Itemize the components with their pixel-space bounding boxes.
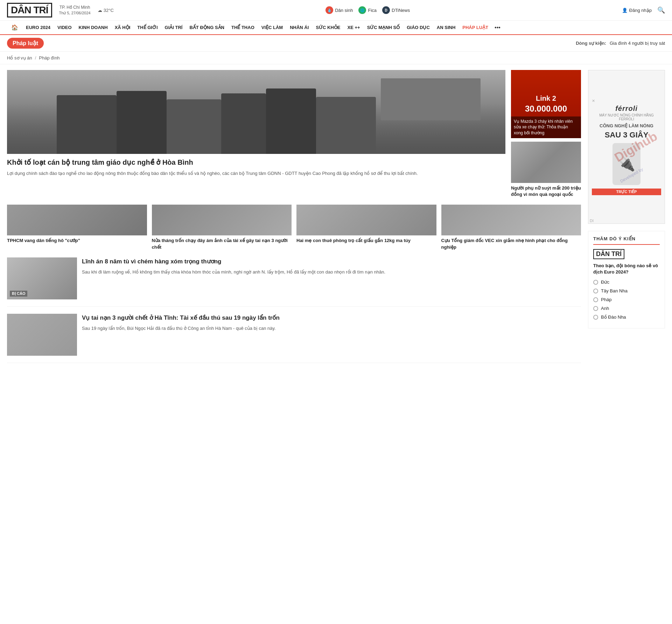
featured-section: Khởi tố loạt cán bộ trung tâm giáo dục n… [7, 70, 581, 198]
header-location: TP. Hồ Chí Minh Thứ 5, 27/06/2024 [59, 5, 91, 16]
featured-side-top[interactable]: Link 2 30.000.000 Vụ Mazda 3 cháy khi nh… [511, 70, 581, 138]
featured-main-image [7, 70, 505, 154]
article-item-1-content: Vụ tai nạn 3 người chết ở Hà Tĩnh: Tài x… [82, 314, 581, 356]
ad-top-label: ✕ [592, 99, 661, 103]
breadcrumb-ho-so[interactable]: Hồ sơ vụ án [7, 55, 32, 61]
poll-radio-3[interactable] [593, 306, 598, 311]
nav-suc-manh-so[interactable]: SỨC MẠNH SỐ [364, 21, 404, 34]
article-item-1-image [7, 314, 77, 356]
poll-radio-0[interactable] [593, 280, 598, 285]
featured-side-bottom[interactable]: Người phụ nữ suýt mất 200 triệu đồng vì … [511, 142, 581, 198]
featured-main-article[interactable]: Khởi tố loạt cán bộ trung tâm giáo dục n… [7, 70, 505, 198]
content-area: Khởi tố loạt cán bộ trung tâm giáo dục n… [7, 70, 581, 363]
nav-xe[interactable]: XE ++ [344, 21, 364, 34]
small-article-2[interactable]: Hai mẹ con thuê phòng trọ cất giấu gần 1… [296, 205, 436, 250]
poll-question: Theo bạn, đội bóng nào sẽ vô địch Euro 2… [593, 263, 660, 275]
ad-di-label: DI [590, 219, 594, 223]
category-label[interactable]: Pháp luật [7, 38, 44, 49]
article-item-1[interactable]: Vụ tai nạn 3 người chết ở Hà Tĩnh: Tài x… [7, 314, 581, 363]
channel-dtinews[interactable]: D DTiNews [382, 6, 410, 14]
small-article-3-title: Cựu Tổng giám đốc VEC xin giảm nhẹ hình … [441, 237, 581, 250]
nav-video[interactable]: VIDEO [54, 21, 75, 34]
article-item-0-tag: BỊ CÁO [10, 291, 27, 297]
nav-phap-luat[interactable]: PHÁP LUẬT [459, 21, 492, 34]
poll-option-1[interactable]: Tây Ban Nha [593, 288, 660, 293]
weather-icon: ☁ [98, 8, 102, 13]
small-article-3-image [441, 205, 581, 235]
featured-side-top-caption: Vụ Mazda 3 cháy khi nhân viên sửa xe chạ… [511, 116, 581, 138]
poll-radio-1[interactable] [593, 289, 598, 293]
small-article-1[interactable]: Nửa tháng trốn chạy đây ám ảnh của tài x… [152, 205, 292, 250]
nav-giao-duc[interactable]: GIÁO DỤC [403, 21, 433, 34]
nav-kinh-doanh[interactable]: KINH DOANH [75, 21, 111, 34]
login-button[interactable]: 👤 Đăng nhập [622, 8, 652, 13]
poll-logo: DÂN TRÍ [593, 249, 624, 259]
nav-xa-hoi[interactable]: XÃ HỘI [111, 21, 134, 34]
article-item-0-desc: Sau khi đi làm ruộng về, Hồ không tìm th… [82, 269, 581, 276]
ad-box: ✕ férroli MÁY NƯỚC NÓNG CHÍNH HÃNG FERRO… [588, 70, 665, 224]
featured-main-desc: Lợi dụng chính sách đào tạo nghề cho lao… [7, 170, 505, 177]
small-article-0-title: TPHCM vang dân tiếng hô "cướp" [7, 237, 147, 244]
sidebar: ✕ férroli MÁY NƯỚC NÓNG CHÍNH HÃNG FERRO… [588, 70, 665, 363]
poll-radio-4[interactable] [593, 315, 598, 320]
breadcrumb-phap-dinh[interactable]: Pháp đình [39, 55, 59, 61]
ad-brand: férroli [592, 105, 661, 113]
article-item-1-title: Vụ tai nạn 3 người chết ở Hà Tĩnh: Tài x… [82, 314, 581, 322]
featured-side-bottom-image [511, 142, 581, 183]
channel-dan-sinh[interactable]: 💧 Dân sinh [326, 6, 353, 14]
ad-headline: SAU 3 GIÂY [592, 130, 661, 140]
poll-option-4[interactable]: Bồ Đào Nha [593, 314, 660, 320]
ad-sub-label: MÁY NƯỚC NÓNG CHÍNH HÃNG FERROLI [592, 113, 661, 121]
header-actions: 👤 Đăng nhập 🔍 [622, 6, 665, 14]
small-article-1-image [152, 205, 292, 235]
nav-euro2024[interactable]: EURO 2024 [22, 21, 54, 34]
user-icon: 👤 [622, 8, 628, 13]
small-article-0-image [7, 205, 147, 235]
poll-option-0[interactable]: Đức [593, 279, 660, 285]
poll-radio-2[interactable] [593, 297, 598, 302]
main-content: Khởi tố loạt cán bộ trung tâm giáo dục n… [0, 64, 672, 369]
nav-an-sinh[interactable]: AN SINH [433, 21, 459, 34]
nav-home[interactable]: 🏠 [7, 21, 22, 34]
featured-main-title[interactable]: Khởi tố loạt cán bộ trung tâm giáo dục n… [7, 157, 505, 167]
breadcrumb-separator: / [35, 55, 36, 61]
nav-bat-dong-san[interactable]: BẤT ĐỘNG SẢN [186, 21, 228, 34]
nav-viec-lam[interactable]: VIỆC LÀM [258, 21, 286, 34]
nav-the-gioi[interactable]: THẾ GIỚI [134, 21, 161, 34]
search-button[interactable]: 🔍 [657, 6, 665, 14]
link2-amount: 30.000.000 [525, 104, 567, 114]
nav-more[interactable]: ••• [492, 21, 503, 34]
nav-giai-tri[interactable]: GIẢI TRÍ [161, 21, 186, 34]
small-article-1-title: Nửa tháng trốn chạy đây ám ảnh của tài x… [152, 237, 292, 250]
poll-option-3[interactable]: Anh [593, 306, 660, 311]
small-article-0[interactable]: TPHCM vang dân tiếng hô "cướp" [7, 205, 147, 250]
nav-the-thao[interactable]: THỂ THAO [228, 21, 258, 34]
breadcrumb: Hồ sơ vụ án / Pháp đình [0, 52, 672, 64]
article-item-0-content: Lĩnh án 8 năm tù vì chém hàng xóm trọng … [82, 257, 581, 299]
header-weather: ☁ 32°C [98, 8, 114, 13]
small-article-3[interactable]: Cựu Tổng giám đốc VEC xin giảm nhẹ hình … [441, 205, 581, 250]
channel-fica[interactable]: 🌐 Fica [358, 6, 377, 14]
main-nav: 🏠 EURO 2024 VIDEO KINH DOANH XÃ HỘI THẾ … [0, 21, 672, 35]
article-item-1-desc: Sau 19 ngày lẩn trốn, Bùi Ngọc Hải đã ra… [82, 325, 581, 332]
site-logo[interactable]: DÂN TRÍ [7, 3, 52, 17]
small-article-2-title: Hai mẹ con thuê phòng trọ cất giấu gần 1… [296, 237, 436, 244]
ad-product-image: 🔌 [612, 143, 640, 185]
poll-option-2[interactable]: Pháp [593, 297, 660, 302]
dan-sinh-icon: 💧 [326, 6, 333, 14]
featured-side: Link 2 30.000.000 Vụ Mazda 3 cháy khi nh… [511, 70, 581, 198]
nav-suc-khoe[interactable]: SỨC KHỎE [312, 21, 344, 34]
link2-label: Link 2 [525, 94, 567, 102]
ad-live-label: TRỰC TIẾP [592, 189, 661, 195]
article-list: BỊ CÁO Lĩnh án 8 năm tù vì chém hàng xóm… [7, 257, 581, 363]
breaking-news: Dòng sự kiện: Gia đình 4 người bị truy s… [576, 41, 665, 46]
poll-section: THĂM DÒ Ý KIẾN DÂN TRÍ Theo bạn, đội bón… [588, 231, 665, 328]
fica-icon: 🌐 [358, 6, 366, 14]
header-channels: 💧 Dân sinh 🌐 Fica D DTiNews [326, 6, 410, 14]
article-item-0[interactable]: BỊ CÁO Lĩnh án 8 năm tù vì chém hàng xóm… [7, 257, 581, 307]
dtinews-icon: D [382, 6, 390, 14]
small-article-2-image [296, 205, 436, 235]
small-articles-grid: TPHCM vang dân tiếng hô "cướp" Nửa tháng… [7, 205, 581, 250]
nav-nhan-ai[interactable]: NHÂN ÁI [286, 21, 312, 34]
ad-tagline: CÔNG NGHỆ LÀM NÓNG [592, 123, 661, 129]
